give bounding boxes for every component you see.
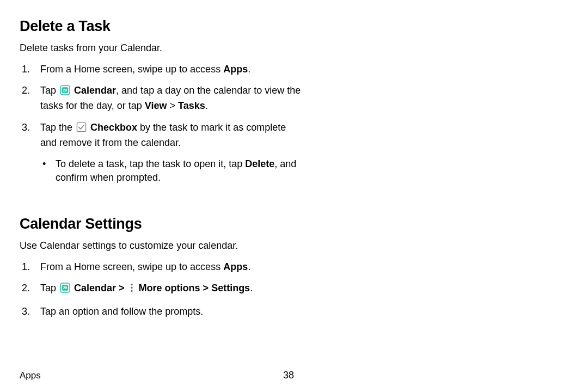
intro-text: Use Calendar settings to customize your …: [20, 239, 568, 253]
more-options-icon: [128, 283, 135, 297]
step-text: .: [250, 283, 253, 293]
step-text: Tap: [40, 283, 59, 293]
calendar-label: Calendar: [74, 283, 116, 293]
bullet-list: To delete a task, tap the task to open i…: [40, 157, 303, 185]
svg-point-8: [131, 287, 132, 289]
steps-list-1: From a Home screen, swipe up to access A…: [20, 63, 303, 185]
apps-label: Apps: [223, 64, 248, 75]
step-item: Tap 29 Calendar > More options > Setting…: [20, 281, 303, 297]
step-text: Tap: [40, 85, 59, 96]
view-label: View: [145, 100, 167, 111]
calendar-icon: 29: [60, 85, 70, 99]
step-text: From a Home screen, swipe up to access: [40, 261, 223, 272]
step-item: From a Home screen, swipe up to access A…: [20, 260, 303, 274]
step-text: .: [248, 64, 250, 75]
chevron: >: [116, 283, 127, 293]
step-item: Tap the Checkbox by the task to mark it …: [20, 121, 303, 185]
svg-rect-3: [77, 122, 85, 131]
settings-label: Settings: [211, 283, 250, 293]
step-item: From a Home screen, swipe up to access A…: [20, 63, 303, 76]
delete-label: Delete: [245, 158, 274, 169]
calendar-label: Calendar: [74, 85, 116, 96]
intro-text: Delete tasks from your Calendar.: [20, 41, 568, 55]
calendar-icon: 29: [60, 283, 70, 297]
steps-list-2: From a Home screen, swipe up to access A…: [20, 260, 303, 318]
apps-label: Apps: [223, 261, 248, 272]
step-text: From a Home screen, swipe up to access: [40, 64, 223, 75]
checkbox-icon: [76, 122, 87, 136]
step-text: .: [248, 261, 250, 272]
bullet-text: To delete a task, tap the task to open i…: [56, 158, 245, 169]
step-text: Tap an option and follow the prompts.: [40, 306, 203, 317]
section-heading-calendar-settings: Calendar Settings: [20, 214, 568, 235]
step-text: >: [167, 100, 178, 111]
svg-point-7: [131, 284, 132, 286]
step-item: Tap 29 Calendar, and tap a day on the ca…: [20, 84, 303, 113]
step-item: Tap an option and follow the prompts.: [20, 305, 303, 318]
chevron: >: [200, 283, 212, 293]
step-text: Tap the: [40, 122, 75, 133]
step-text: .: [205, 100, 208, 111]
bullet-item: To delete a task, tap the task to open i…: [40, 157, 303, 185]
svg-text:29: 29: [63, 88, 68, 92]
svg-text:29: 29: [63, 286, 68, 290]
svg-point-9: [131, 290, 132, 292]
section-heading-delete-task: Delete a Task: [20, 16, 568, 37]
more-options-label: More options: [139, 283, 200, 293]
checkbox-label: Checkbox: [90, 122, 137, 133]
page-number: 38: [0, 369, 294, 382]
tasks-label: Tasks: [178, 100, 205, 111]
